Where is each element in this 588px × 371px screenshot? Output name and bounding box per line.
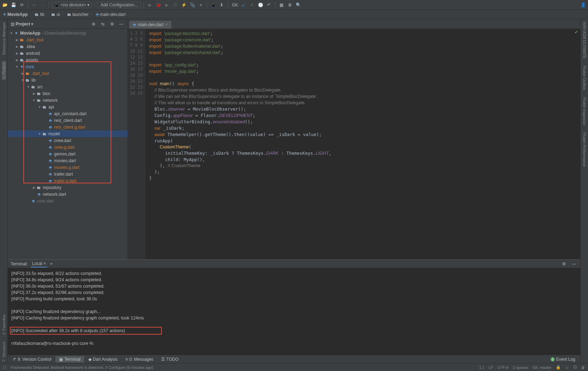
debug-icon[interactable]: 🐞 xyxy=(155,1,162,8)
status-message[interactable]: Frameworks Detected: Android framework i… xyxy=(11,365,153,370)
add-terminal-button[interactable]: + xyxy=(50,261,53,266)
stop-icon[interactable]: ■ xyxy=(197,1,204,8)
tree-row[interactable]: ▶🖿bloc xyxy=(8,90,128,97)
layout-icon[interactable]: ▦ xyxy=(278,1,285,8)
breadcrumb-item[interactable]: 🖿ui xyxy=(51,12,60,17)
resource-manager-tab[interactable]: Resource Manager xyxy=(2,20,6,57)
code-area[interactable]: import 'package:bloc/bloc.dart'; import … xyxy=(146,29,580,259)
save-icon[interactable]: 💾 xyxy=(10,1,17,8)
tree-row[interactable]: ▼🖿src xyxy=(8,83,128,90)
tree-row[interactable]: ⬘rest_client.g.dart xyxy=(8,124,128,130)
flutter-inspector-tab[interactable]: Flutter Inspector xyxy=(582,96,587,126)
tree-row[interactable]: ▶🖿.dart_tool xyxy=(8,70,128,77)
tree-row[interactable]: ⬘rest_client.dart xyxy=(8,117,128,124)
project-view-selector[interactable]: ▤ Project ▾ xyxy=(11,22,33,26)
git-history-icon[interactable]: 🕐 xyxy=(257,1,264,8)
tree-row[interactable]: ⬘trailer.dart xyxy=(8,171,128,177)
tree-root[interactable]: ▼✦ MovieApp ~/Downloads/MovieApp xyxy=(8,30,128,36)
messages-button[interactable]: ≡ 0: Messages xyxy=(122,356,157,363)
breadcrumb-item[interactable]: 🖿lib xyxy=(35,12,44,17)
avd-icon[interactable]: 📱 xyxy=(210,1,217,8)
gear-icon[interactable]: ⚙ xyxy=(108,20,116,28)
hot-reload-icon[interactable]: ⚡ xyxy=(180,1,187,8)
sdk-icon[interactable]: ⬇ xyxy=(218,1,225,8)
tree-row[interactable]: ▶🖿android xyxy=(8,50,128,57)
line-ending[interactable]: LF xyxy=(489,365,493,370)
breadcrumb-item[interactable]: ⬘main-dev.dart xyxy=(96,12,125,17)
open-icon[interactable]: 📂 xyxy=(1,1,8,8)
forward-icon[interactable]: → xyxy=(39,1,46,8)
minimize-icon[interactable]: ▢ xyxy=(3,365,6,370)
terminal-tab[interactable]: Local × xyxy=(31,260,47,267)
hide-icon[interactable]: — xyxy=(118,20,125,28)
git-revert-icon[interactable]: ↶ xyxy=(265,1,272,8)
tree-row[interactable]: ▶🖿.dart_tool xyxy=(8,36,128,43)
favorites-tab[interactable]: 2: Favorites xyxy=(2,313,6,336)
profile-icon[interactable]: ⏱ xyxy=(172,1,179,8)
tree-row[interactable]: ⬘trailer.g.dart xyxy=(8,177,128,184)
bottom-toolbar: ↱ 9: Version Control ▣ Terminal ◆ Dart A… xyxy=(8,355,580,363)
tree-row[interactable]: ⬘api_constant.dart xyxy=(8,110,128,117)
tree-row[interactable]: ▶🖿assets xyxy=(8,57,128,63)
wifi-adb-tab[interactable]: WIFI ADB ULTIMATE xyxy=(582,20,587,60)
editor-tabbar: ⬘ main-dev.dart × xyxy=(128,19,580,29)
event-log-button[interactable]: 1 Event Log xyxy=(547,356,579,363)
version-control-button[interactable]: ↱ 9: Version Control xyxy=(9,356,55,363)
gear-icon[interactable]: ⚙ xyxy=(560,260,568,267)
terminal-title: Terminal: xyxy=(11,261,28,266)
tree-row[interactable]: ⬘crew.g.dart xyxy=(8,144,128,151)
tree-row[interactable]: ▼✦core xyxy=(8,63,128,70)
coverage-icon[interactable]: ▶ xyxy=(163,1,170,8)
inspection-ok-icon[interactable]: ✔ xyxy=(575,30,578,35)
dart-analysis-button[interactable]: ◆ Dart Analysis xyxy=(85,356,121,363)
face-icon[interactable]: ☹ xyxy=(573,365,577,370)
lock-icon[interactable]: 🔒 xyxy=(556,365,561,370)
tree-row[interactable]: ▼🖿api xyxy=(8,104,128,110)
tree-row[interactable]: ⬘movies.g.dart xyxy=(8,164,128,171)
git-branch[interactable]: Git: master xyxy=(533,365,552,370)
tree-row[interactable]: ⬘genres.dart xyxy=(8,151,128,157)
git-commit-icon[interactable]: ✓ xyxy=(248,1,255,8)
close-icon[interactable]: × xyxy=(43,261,46,266)
todo-button[interactable]: ☰ TODO xyxy=(158,356,182,363)
tree-row[interactable]: ▼🖿lib xyxy=(8,77,128,83)
attach-icon[interactable]: 📎 xyxy=(189,1,196,8)
tree-row[interactable]: ⬘movies.dart xyxy=(8,157,128,164)
tree-row[interactable]: ⬘crew.dart xyxy=(8,137,128,144)
man-icon[interactable]: ☺ xyxy=(565,365,569,370)
close-icon[interactable]: × xyxy=(165,22,167,27)
device-selector[interactable]: 📱 <no devices> ▾ xyxy=(52,2,92,8)
git-update-icon[interactable]: ↙ xyxy=(240,1,247,8)
sync-icon[interactable]: ⟳ xyxy=(18,1,25,8)
breadcrumb-item[interactable]: ✦MovieApp xyxy=(3,12,28,17)
locate-icon[interactable]: ⊕ xyxy=(90,20,97,28)
back-icon[interactable]: ← xyxy=(31,1,38,8)
caret-position[interactable]: 1:1 xyxy=(479,365,484,370)
terminal-button[interactable]: ▣ Terminal xyxy=(55,356,84,363)
project-tree[interactable]: ▼✦ MovieApp ~/Downloads/MovieApp ▶🖿.dart… xyxy=(8,29,128,259)
hide-icon[interactable]: — xyxy=(570,260,577,267)
line-numbers: 1 2 3 4 5 6 7 8 9 10 11 12 13 14 15 16 1… xyxy=(128,29,146,259)
presentation-icon[interactable]: 🖥 xyxy=(286,1,293,8)
indent[interactable]: 2 spaces xyxy=(513,365,528,370)
terminal-output[interactable]: [INFO] 33.5s elapsed, 8/22 actions compl… xyxy=(8,268,580,355)
tree-row[interactable]: ▼🖿model xyxy=(8,130,128,137)
tree-row[interactable]: ⬘core.dart xyxy=(8,198,128,204)
breadcrumb-item[interactable]: 🖿launcher xyxy=(67,12,89,17)
search-icon[interactable]: 🔍 xyxy=(295,1,302,8)
trash-icon[interactable]: 🗑 xyxy=(581,365,585,370)
flutter-outline-tab[interactable]: Flutter Outline xyxy=(582,64,587,92)
structure-tab[interactable]: 7: Structure xyxy=(2,340,6,363)
file-tab[interactable]: ⬘ main-dev.dart × xyxy=(129,21,171,29)
project-tab[interactable]: 1: Project xyxy=(2,61,6,80)
avatar-icon[interactable]: 👤 xyxy=(580,1,587,8)
tree-row[interactable]: ▼🖿network xyxy=(8,97,128,104)
flutter-performance-tab[interactable]: Flutter Performance xyxy=(582,131,587,168)
tree-row[interactable]: ⬘network.dart xyxy=(8,191,128,198)
tree-row[interactable]: ▶🖿repository xyxy=(8,184,128,191)
collapse-icon[interactable]: ⇆ xyxy=(99,20,106,28)
run-icon[interactable]: ▶ xyxy=(146,1,153,8)
tree-row[interactable]: ▶🖿.idea xyxy=(8,43,128,50)
add-configuration-button[interactable]: Add Configuration... xyxy=(97,2,141,8)
encoding[interactable]: UTF-8 xyxy=(498,365,508,370)
